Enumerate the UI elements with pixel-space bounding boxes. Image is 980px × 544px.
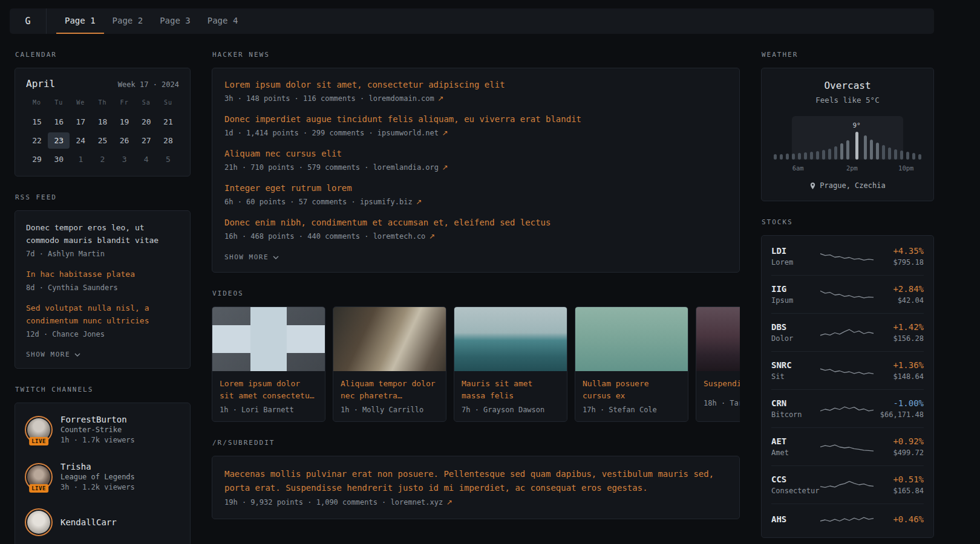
stock-row: LDILorem +4.35%$795.18 — [771, 238, 924, 275]
hackernews-item: Donec imperdiet augue tincidunt felis al… — [224, 113, 727, 138]
calendar-day: 17 — [70, 114, 91, 130]
external-link-icon[interactable]: ↗ — [440, 129, 448, 137]
external-link-icon[interactable]: ↗ — [440, 163, 448, 172]
videos-widget: VIDEOS Lorem ipsum dolor sit amet consec… — [212, 290, 740, 422]
external-link-icon[interactable]: ↗ — [426, 232, 435, 241]
weather-peak-temp: 9° — [852, 122, 860, 129]
hackernews-item-title[interactable]: Donec imperdiet augue tincidunt felis al… — [224, 113, 727, 126]
subreddit-widget: /R/SUBREDDIT Maecenas mollis pulvinar er… — [212, 439, 740, 519]
rss-item: In hac habitasse platea 8d · Cynthia Sau… — [26, 268, 179, 293]
stock-company: Amet — [771, 448, 815, 458]
calendar-day: 18 — [91, 114, 113, 130]
weather-bar — [798, 153, 801, 160]
weather-time-labels: 6am 2pm 10pm — [773, 164, 923, 173]
rss-item-title[interactable]: In hac habitasse platea — [26, 268, 179, 280]
video-card[interactable]: Nullam posuere cursus ex 17h · Stefan Co… — [575, 306, 688, 422]
video-card[interactable]: Lorem ipsum dolor sit amet consectetu… 1… — [212, 306, 325, 422]
weather-bar — [876, 143, 879, 160]
calendar-day: 24 — [70, 132, 91, 149]
weather-bar — [786, 154, 789, 160]
location-pin-icon — [809, 182, 816, 190]
stock-row: DBSDolor +1.42%$156.28 — [771, 313, 924, 351]
subreddit-post-title[interactable]: Maecenas mollis pulvinar erat non posuer… — [224, 467, 727, 495]
section-title-rss: RSS FEED — [15, 193, 191, 201]
video-card[interactable]: Aliquam tempor dolor nec pharetra… 1h · … — [333, 306, 446, 422]
stock-change: +0.46% — [880, 514, 924, 525]
hackernews-item-meta: 21h · 710 points · 579 comments · loreml… — [224, 163, 727, 173]
hackernews-item-title[interactable]: Integer eget rutrum lorem — [224, 182, 727, 195]
center-column: HACKER NEWS Lorem ipsum dolor sit amet, … — [212, 51, 740, 536]
calendar-day-today: 23 — [48, 132, 70, 149]
calendar-weekday: Th — [91, 99, 113, 109]
weather-bar — [828, 149, 831, 160]
external-link-icon[interactable]: ↗ — [414, 198, 422, 206]
rss-item-title[interactable]: Donec tempor eros leo, ut commodo mauris… — [26, 221, 179, 247]
calendar-day: 19 — [114, 114, 136, 130]
tab-page-3[interactable]: Page 3 — [151, 8, 199, 34]
stock-price: $156.28 — [880, 334, 924, 343]
section-title-calendar: CALENDAR — [15, 51, 191, 59]
weather-bar — [780, 154, 783, 160]
calendar-header: April Week 17 · 2024 — [26, 78, 179, 89]
rss-item-meta: 8d · Cynthia Saunders — [26, 283, 179, 293]
hackernews-item-title[interactable]: Aliquam nec cursus elit — [224, 147, 727, 160]
section-title-hackernews: HACKER NEWS — [212, 51, 740, 59]
tab-page-1[interactable]: Page 1 — [56, 8, 104, 34]
rss-widget: RSS FEED Donec tempor eros leo, ut commo… — [15, 193, 191, 369]
weather-chart: 9° — [773, 116, 923, 160]
rss-item: Donec tempor eros leo, ut commodo mauris… — [26, 221, 179, 259]
weather-feels-like: Feels like 5°C — [773, 95, 923, 105]
video-card[interactable]: Mauris sit amet massa felis 7h · Grayson… — [454, 306, 567, 422]
right-column: WEATHER Overcast Feels like 5°C 9° 6am 2… — [761, 51, 934, 544]
twitch-channel-row[interactable]: LIVE Trisha League of Legends 3h · 1.2k … — [25, 453, 180, 500]
rss-show-more-button[interactable]: SHOW MORE — [26, 351, 80, 358]
stock-change: +2.84% — [880, 283, 924, 294]
video-thumbnail — [454, 307, 567, 371]
weather-condition: Overcast — [773, 79, 923, 92]
weather-bar — [774, 154, 777, 160]
video-card[interactable]: Suspendisse diam 18h · Tara — [696, 306, 740, 422]
tab-page-2[interactable]: Page 2 — [104, 8, 152, 34]
hackernews-item-meta: 3h · 148 points · 116 comments · loremdo… — [224, 94, 727, 104]
calendar-day: 27 — [136, 132, 157, 149]
hackernews-item-meta: 6h · 60 points · 57 comments · ipsumify.… — [224, 197, 727, 207]
stock-ticker: DBS — [771, 322, 815, 332]
weather-bar — [900, 151, 903, 160]
live-badge: LIVE — [29, 437, 48, 445]
stock-sparkline — [820, 287, 875, 302]
weather-widget: WEATHER Overcast Feels like 5°C 9° 6am 2… — [761, 51, 934, 201]
weather-time-label: 2pm — [846, 164, 858, 172]
external-link-icon[interactable]: ↗ — [436, 94, 444, 103]
tab-page-4[interactable]: Page 4 — [199, 8, 247, 34]
stock-ticker: AHS — [771, 514, 815, 525]
weather-bar — [882, 145, 885, 160]
rss-item-title[interactable]: Sed volutpat nulla nisl, a condimentum n… — [26, 302, 179, 327]
hackernews-item: Donec enim nibh, condimentum et accumsan… — [224, 216, 727, 242]
rss-card: Donec tempor eros leo, ut commodo mauris… — [15, 210, 191, 369]
hackernews-item-title[interactable]: Donec enim nibh, condimentum et accumsan… — [224, 216, 727, 229]
weather-bar — [912, 153, 915, 160]
external-link-icon[interactable]: ↗ — [444, 498, 452, 507]
hackernews-item: Aliquam nec cursus elit 21h · 710 points… — [224, 147, 727, 173]
weather-bar — [864, 135, 867, 160]
hackernews-show-more-button[interactable]: SHOW MORE — [224, 253, 279, 261]
weather-card: Overcast Feels like 5°C 9° 6am 2pm 10pm … — [761, 68, 934, 201]
stock-ticker: CRN — [771, 398, 815, 409]
app-logo[interactable]: G — [10, 8, 47, 34]
twitch-channel-name: ForrestBurton — [60, 414, 135, 425]
video-meta: 18h · Tara — [696, 395, 740, 415]
calendar-weekday: Mo — [26, 99, 48, 109]
twitch-channel-row[interactable]: LIVE ForrestBurton Counter-Strike 1h · 1… — [25, 406, 180, 453]
video-meta: 1h · Lori Barnett — [212, 402, 325, 421]
calendar-widget: CALENDAR April Week 17 · 2024 MoTuWeThFr… — [15, 51, 191, 176]
stock-change: +1.42% — [880, 322, 924, 332]
twitch-channel-game: League of Legends — [60, 472, 135, 482]
stock-ticker: AET — [771, 436, 815, 447]
hackernews-item: Lorem ipsum dolor sit amet, consectetur … — [224, 79, 727, 104]
weather-time-label: 10pm — [898, 164, 913, 172]
twitch-channel-row[interactable]: KendallCarr — [25, 500, 180, 543]
calendar-day: 1 — [70, 151, 91, 167]
hackernews-item-title[interactable]: Lorem ipsum dolor sit amet, consectetur … — [224, 79, 727, 91]
video-meta: 1h · Molly Carrillo — [333, 402, 446, 421]
video-title: Aliquam tempor dolor nec pharetra… — [333, 371, 446, 402]
